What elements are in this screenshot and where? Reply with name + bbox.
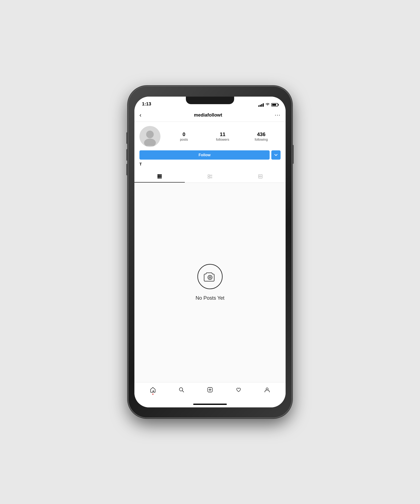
svg-point-26 [266, 388, 268, 390]
more-options-button[interactable]: ··· [275, 112, 281, 118]
posts-stat[interactable]: 0 posts [176, 132, 192, 142]
svg-rect-4 [161, 174, 162, 176]
svg-point-20 [209, 276, 211, 278]
status-time: 1:13 [142, 101, 151, 107]
follow-button[interactable]: Follow [139, 150, 270, 160]
no-posts-camera-icon [197, 264, 223, 289]
svg-point-0 [146, 131, 154, 138]
following-count: 436 [257, 132, 265, 137]
app-header: ‹ mediafollowt ··· [134, 108, 286, 122]
tab-tagged[interactable] [235, 171, 286, 182]
nav-likes[interactable] [236, 387, 241, 393]
nav-home[interactable] [150, 387, 156, 393]
profile-display-name: T [139, 162, 281, 167]
svg-rect-9 [159, 178, 161, 179]
battery-icon [271, 103, 278, 107]
phone-notch [186, 96, 234, 104]
tab-list[interactable] [185, 171, 235, 182]
no-posts-text: No Posts Yet [196, 295, 224, 301]
svg-line-22 [182, 391, 184, 392]
following-label: following [255, 138, 268, 142]
profile-top: 0 posts 11 followers 436 following [139, 126, 281, 147]
followers-stat[interactable]: 11 followers [214, 132, 231, 142]
nav-profile[interactable] [264, 387, 270, 393]
svg-rect-10 [161, 178, 162, 179]
svg-rect-2 [157, 174, 159, 176]
svg-point-1 [144, 139, 156, 146]
nav-search[interactable] [179, 387, 184, 393]
svg-point-18 [259, 176, 260, 177]
svg-rect-3 [159, 174, 161, 176]
svg-point-19 [208, 275, 212, 280]
svg-rect-8 [157, 178, 159, 179]
wifi-icon [265, 103, 270, 107]
home-indicator [134, 401, 286, 408]
back-button[interactable]: ‹ [139, 112, 141, 119]
svg-rect-11 [208, 175, 210, 176]
svg-rect-6 [159, 176, 161, 177]
status-icons [258, 103, 278, 107]
signal-icon [258, 103, 264, 107]
content-area: No Posts Yet [134, 183, 286, 382]
home-notification-dot [152, 394, 154, 395]
following-stat[interactable]: 436 following [253, 132, 270, 142]
posts-label: posts [180, 138, 188, 142]
stats-row: 0 posts 11 followers 436 following [165, 132, 281, 142]
svg-rect-5 [157, 176, 159, 177]
follow-row: Follow [139, 150, 281, 160]
profile-section: 0 posts 11 followers 436 following Follo… [134, 122, 286, 171]
profile-avatar [139, 126, 160, 147]
followers-label: followers [216, 138, 229, 142]
bottom-nav [134, 382, 286, 401]
home-indicator-bar [193, 404, 227, 405]
followers-count: 11 [220, 132, 226, 137]
phone-screen: 1:13 [134, 96, 286, 408]
posts-count: 0 [182, 132, 185, 137]
phone-device: 1:13 [128, 86, 292, 418]
follow-dropdown-button[interactable] [271, 150, 281, 160]
profile-username: mediafollowt [194, 112, 222, 118]
tab-grid[interactable] [134, 171, 185, 182]
svg-rect-14 [208, 177, 210, 178]
svg-rect-7 [161, 176, 162, 177]
nav-create[interactable] [207, 387, 213, 393]
tabs-row [134, 171, 286, 183]
